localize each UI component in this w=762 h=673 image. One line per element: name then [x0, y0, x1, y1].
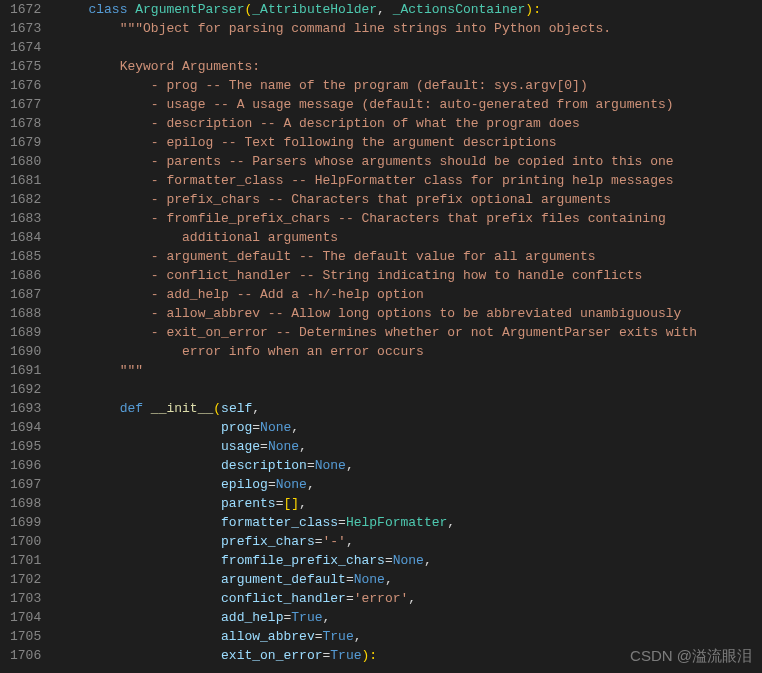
code-line[interactable]: prog=None,: [57, 418, 754, 437]
line-number: 1702: [10, 570, 41, 589]
token: [213, 534, 221, 549]
code-line[interactable]: class ArgumentParser(_AttributeHolder, _…: [57, 0, 754, 19]
token: - parents -- Parsers whose arguments sho…: [151, 154, 674, 169]
line-number: 1693: [10, 399, 41, 418]
line-number: 1690: [10, 342, 41, 361]
code-line[interactable]: - fromfile_prefix_chars -- Characters th…: [57, 209, 754, 228]
token: ArgumentParser: [135, 2, 244, 17]
code-line[interactable]: conflict_handler='error',: [57, 589, 754, 608]
token: [213, 420, 221, 435]
token: epilog: [221, 477, 268, 492]
line-number-gutter: 1672167316741675167616771678167916801681…: [0, 0, 57, 673]
code-line[interactable]: usage=None,: [57, 437, 754, 456]
line-number: 1686: [10, 266, 41, 285]
code-line[interactable]: argument_default=None,: [57, 570, 754, 589]
token: __init__: [151, 401, 213, 416]
token: ,: [377, 2, 393, 17]
token: ,: [299, 496, 307, 511]
code-line[interactable]: parents=[],: [57, 494, 754, 513]
token: - argument_default -- The default value …: [151, 249, 596, 264]
line-number: 1675: [10, 57, 41, 76]
code-line[interactable]: - prefix_chars -- Characters that prefix…: [57, 190, 754, 209]
token: ):: [525, 2, 541, 17]
code-line[interactable]: - description -- A description of what t…: [57, 114, 754, 133]
code-line[interactable]: - exit_on_error -- Determines whether or…: [57, 323, 754, 342]
line-number: 1677: [10, 95, 41, 114]
token: _AttributeHolder: [252, 2, 377, 17]
code-line[interactable]: - argument_default -- The default value …: [57, 247, 754, 266]
token: prefix_chars: [221, 534, 315, 549]
line-number: 1680: [10, 152, 41, 171]
token: [213, 496, 221, 511]
token: [213, 629, 221, 644]
token: - epilog -- Text following the argument …: [151, 135, 557, 150]
line-number: 1706: [10, 646, 41, 665]
line-number: 1699: [10, 513, 41, 532]
code-line[interactable]: Keyword Arguments:: [57, 57, 754, 76]
token: =: [315, 534, 323, 549]
code-line[interactable]: """: [57, 361, 754, 380]
token: ,: [408, 591, 416, 606]
code-line[interactable]: error info when an error occurs: [57, 342, 754, 361]
token: =: [268, 477, 276, 492]
code-line[interactable]: description=None,: [57, 456, 754, 475]
token: ,: [447, 515, 455, 530]
code-line[interactable]: prefix_chars='-',: [57, 532, 754, 551]
line-number: 1695: [10, 437, 41, 456]
line-number: 1698: [10, 494, 41, 513]
code-line[interactable]: [57, 38, 754, 57]
token: - formatter_class -- HelpFormatter class…: [151, 173, 674, 188]
line-number: 1700: [10, 532, 41, 551]
code-line[interactable]: exit_on_error=True):: [57, 646, 754, 665]
code-line[interactable]: allow_abbrev=True,: [57, 627, 754, 646]
code-line[interactable]: fromfile_prefix_chars=None,: [57, 551, 754, 570]
code-line[interactable]: add_help=True,: [57, 608, 754, 627]
token: =: [338, 515, 346, 530]
token: [213, 648, 221, 663]
token: =: [385, 553, 393, 568]
code-line[interactable]: - usage -- A usage message (default: aut…: [57, 95, 754, 114]
token: None: [315, 458, 346, 473]
token: ):: [362, 648, 378, 663]
line-number: 1697: [10, 475, 41, 494]
code-line[interactable]: additional arguments: [57, 228, 754, 247]
token: None: [393, 553, 424, 568]
line-number: 1704: [10, 608, 41, 627]
code-line[interactable]: epilog=None,: [57, 475, 754, 494]
token: parents: [221, 496, 276, 511]
code-line[interactable]: - prog -- The name of the program (defau…: [57, 76, 754, 95]
token: []: [283, 496, 299, 511]
code-line[interactable]: formatter_class=HelpFormatter,: [57, 513, 754, 532]
line-number: 1694: [10, 418, 41, 437]
token: - add_help -- Add a -h/-help option: [151, 287, 424, 302]
code-line[interactable]: - conflict_handler -- String indicating …: [57, 266, 754, 285]
code-line[interactable]: def __init__(self,: [57, 399, 754, 418]
line-number: 1691: [10, 361, 41, 380]
code-line[interactable]: - epilog -- Text following the argument …: [57, 133, 754, 152]
token: None: [260, 420, 291, 435]
code-line[interactable]: - add_help -- Add a -h/-help option: [57, 285, 754, 304]
token: ,: [354, 629, 362, 644]
line-number: 1681: [10, 171, 41, 190]
code-line[interactable]: """Object for parsing command line strin…: [57, 19, 754, 38]
code-line[interactable]: - parents -- Parsers whose arguments sho…: [57, 152, 754, 171]
token: True: [291, 610, 322, 625]
token: """: [120, 363, 143, 378]
token: - description -- A description of what t…: [151, 116, 580, 131]
token: =: [315, 629, 323, 644]
token: 'error': [354, 591, 409, 606]
token: additional arguments: [182, 230, 338, 245]
code-line[interactable]: - formatter_class -- HelpFormatter class…: [57, 171, 754, 190]
line-number: 1682: [10, 190, 41, 209]
code-content[interactable]: class ArgumentParser(_AttributeHolder, _…: [57, 0, 762, 673]
token: exit_on_error: [221, 648, 322, 663]
code-line[interactable]: - allow_abbrev -- Allow long options to …: [57, 304, 754, 323]
token: def: [120, 401, 151, 416]
code-line[interactable]: [57, 380, 754, 399]
code-editor[interactable]: 1672167316741675167616771678167916801681…: [0, 0, 762, 673]
token: ,: [291, 420, 299, 435]
token: error info when an error occurs: [182, 344, 424, 359]
token: =: [346, 572, 354, 587]
token: =: [307, 458, 315, 473]
line-number: 1688: [10, 304, 41, 323]
